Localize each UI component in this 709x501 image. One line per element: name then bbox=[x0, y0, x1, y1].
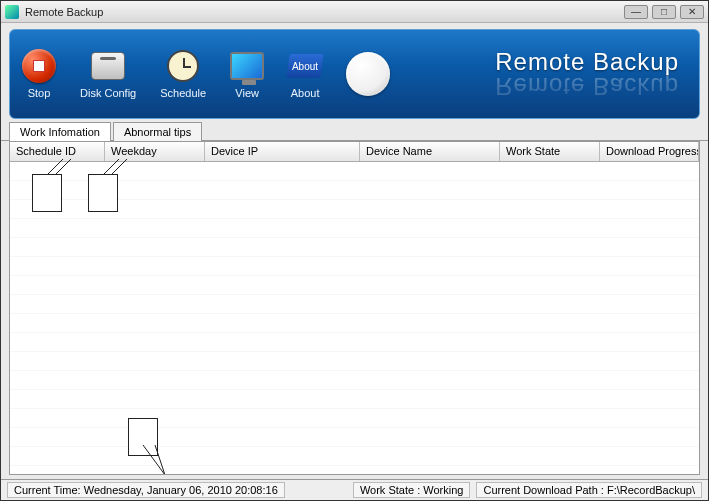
clock-icon bbox=[167, 50, 199, 82]
col-device-name[interactable]: Device Name bbox=[360, 142, 500, 161]
about-label: About bbox=[291, 87, 320, 99]
minimize-button[interactable]: — bbox=[624, 5, 648, 19]
brand-reflection: Remote Backup bbox=[495, 72, 679, 100]
tab-work-information[interactable]: Work Infomation bbox=[9, 122, 111, 141]
col-work-state[interactable]: Work State bbox=[500, 142, 600, 161]
tab-bar: Work Infomation Abnormal tips bbox=[1, 121, 708, 141]
status-work-state: Work State : Working bbox=[353, 482, 471, 498]
work-state-label: Work State : bbox=[360, 484, 420, 496]
status-download-path: Current Download Path : F:\RecordBackup\ bbox=[476, 482, 702, 498]
col-download-progress[interactable]: Download Progress bbox=[600, 142, 699, 161]
svg-line-5 bbox=[155, 445, 165, 475]
maximize-button[interactable]: □ bbox=[652, 5, 676, 19]
annotation-callout bbox=[88, 174, 118, 212]
titlebar: Remote Backup — □ ✕ bbox=[1, 1, 708, 23]
view-button[interactable]: View bbox=[230, 49, 264, 99]
download-path-value: F:\RecordBackup\ bbox=[607, 484, 695, 496]
disk-config-button[interactable]: Disk Config bbox=[80, 49, 136, 99]
view-label: View bbox=[235, 87, 259, 99]
stop-icon bbox=[22, 49, 56, 83]
schedule-label: Schedule bbox=[160, 87, 206, 99]
app-icon bbox=[5, 5, 19, 19]
header-toolbar: Stop Disk Config Schedule View About Abo… bbox=[9, 29, 700, 119]
stop-label: Stop bbox=[28, 87, 51, 99]
window-title: Remote Backup bbox=[25, 6, 103, 18]
annotation-callout bbox=[128, 418, 158, 456]
app-window: Remote Backup — □ ✕ Stop Disk Config Sch… bbox=[0, 0, 709, 501]
about-button[interactable]: About About bbox=[288, 49, 322, 99]
close-button[interactable]: ✕ bbox=[680, 5, 704, 19]
decorative-orb bbox=[346, 52, 390, 96]
tab-abnormal-tips[interactable]: Abnormal tips bbox=[113, 122, 202, 141]
disk-config-label: Disk Config bbox=[80, 87, 136, 99]
svg-line-4 bbox=[143, 445, 165, 475]
disk-icon bbox=[91, 52, 125, 80]
table-header: Schedule ID Weekday Device IP Device Nam… bbox=[10, 142, 699, 162]
about-icon: About bbox=[286, 54, 323, 78]
schedule-button[interactable]: Schedule bbox=[160, 49, 206, 99]
monitor-icon bbox=[230, 52, 264, 80]
download-path-label: Current Download Path : bbox=[483, 484, 603, 496]
annotation-callout bbox=[32, 174, 62, 212]
stop-button[interactable]: Stop bbox=[22, 49, 56, 99]
col-device-ip[interactable]: Device IP bbox=[205, 142, 360, 161]
current-time-label: Current Time: bbox=[14, 484, 81, 496]
brand: Remote Backup Remote Backup bbox=[495, 48, 687, 100]
status-bar: Current Time: Wednesday, January 06, 201… bbox=[1, 479, 708, 500]
col-weekday[interactable]: Weekday bbox=[105, 142, 205, 161]
current-time-value: Wednesday, January 06, 2010 20:08:16 bbox=[84, 484, 278, 496]
status-current-time: Current Time: Wednesday, January 06, 201… bbox=[7, 482, 285, 498]
content-area: Schedule ID Weekday Device IP Device Nam… bbox=[9, 141, 700, 475]
col-schedule-id[interactable]: Schedule ID bbox=[10, 142, 105, 161]
work-state-value: Working bbox=[423, 484, 463, 496]
